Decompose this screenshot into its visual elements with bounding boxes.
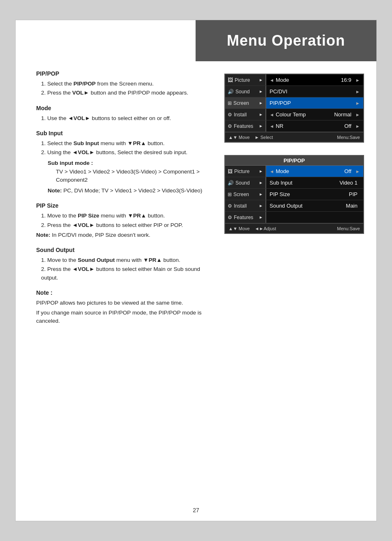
sub-input-note-title: Note: [48, 187, 62, 194]
page-number: 27 [16, 507, 376, 513]
mode-left-arrow: ◄ [270, 78, 274, 83]
panel2-row-sound: 🔊 Sound ► Sub Input Video 1 [225, 177, 363, 189]
pcdvi-label: PC/DVI [270, 88, 354, 95]
nr-right-arrow: ► [355, 124, 360, 129]
panel1-footer-move: ▲▼ Move [228, 135, 250, 140]
pip-pop-line2: 2. Press the VOL► button and the PIP/POP… [41, 89, 213, 97]
sub-input-line1: 1. Select the Sub Input menu with ▼PR▲ b… [41, 139, 213, 148]
nr-left-arrow: ◄ [270, 124, 274, 129]
mode-right-arrow: ► [355, 78, 360, 83]
subinput-label: Sub Input [270, 180, 338, 186]
sound-arrow-2: ► [259, 180, 263, 185]
screen-arrow-2: ► [259, 192, 263, 197]
pip-pop-title: PIP/POP [36, 69, 213, 78]
menu-panel-1: 🖼 Picture ► ◄ Mode 16:9 ► 🔊 Sound ► [224, 74, 364, 143]
colourtemp-right-arrow: ► [355, 112, 360, 117]
sub-input-title: Sub Input [36, 129, 213, 138]
panel1-row-screen: ⊞ Screen ► PIP/POP ► [225, 97, 363, 109]
sound-label-2: Sound [235, 180, 250, 186]
page: Menu Operation PIP/POP 1. Select the PIP… [15, 20, 377, 521]
subinput-value: Video 1 [339, 180, 357, 186]
pipsize-value: PIP [349, 191, 357, 197]
screen-label-1: Screen [233, 100, 249, 106]
picture-label-2: Picture [234, 169, 249, 174]
install-arrow-1: ► [259, 112, 263, 117]
sound-icon-1: 🔊 [228, 89, 234, 95]
panel2-footer-move: ▲▼ Move [228, 226, 250, 231]
colourtemp-value: Normal [334, 111, 351, 118]
note-section-title: Note : [36, 289, 213, 297]
panel1-row-install: ⚙ Install ► ◄ Colour Temp Normal ► [225, 109, 363, 120]
features-icon-1: ⚙ [228, 123, 232, 129]
features-label-2: Features [234, 215, 253, 220]
screen-icon-2: ⊞ [228, 192, 232, 197]
mode-title: Mode [36, 104, 213, 113]
note-line2: If you change main source in PIP/POP mod… [36, 309, 213, 326]
sound-output-title: Sound Output [36, 246, 213, 254]
panel2-footer: ▲▼ Move ◄►Adjust Menu:Save [225, 223, 363, 233]
pip-pop-line1: 1. Select the PIP/POP from the Screen me… [41, 80, 213, 88]
note-line1: PIP/POP allows two pictures to be viewed… [36, 299, 213, 307]
panel2-footer-select: ◄►Adjust [255, 226, 276, 231]
sound-icon-2: 🔊 [228, 180, 234, 186]
screen-label-2: Screen [233, 192, 249, 197]
panel2-row-features: ⚙ Features ► [225, 212, 363, 223]
nr-label: NR [276, 123, 343, 129]
mode-line1: 1. Use the ◄VOL► buttons to select eithe… [41, 114, 213, 123]
sub-input-line2: 2. Using the ◄VOL► buttons, Select the d… [41, 148, 213, 157]
panel2-section-header: PIP/POP [225, 156, 363, 166]
sub-input-mode-line1: TV > Video1 > Video2 > Video3(S-Video) >… [56, 168, 213, 185]
sub-input-mode-title: Sub input mode : [48, 159, 213, 167]
pip-size-line1: 1. Move to the PIP Size menu with ▼PR▲ b… [41, 212, 213, 220]
main-content: PIP/POP 1. Select the PIP/POP from the S… [36, 69, 213, 326]
panel2-row-picture: 🖼 Picture ► ◄ Mode Off ► [225, 166, 363, 177]
pip-size-line2: 2. Press the ◄VOL► buttons to select eit… [41, 221, 213, 229]
soundoutput-label: Sound Output [270, 203, 344, 209]
picture-label: Picture [235, 77, 250, 83]
panel1-footer: ▲▼ Move ► Select Menu:Save [225, 132, 363, 142]
sound-label-1: Sound [235, 89, 250, 95]
pip2-mode-left: ◄ [270, 169, 274, 174]
mode-value: 16:9 [341, 77, 351, 83]
panel1-footer-select: ► Select [255, 135, 273, 140]
features-icon-2: ⚙ [228, 215, 232, 220]
sound-output-line2: 2. Press the ◄VOL► buttons to select eit… [41, 265, 213, 282]
pippop-arrow: ► [355, 101, 360, 106]
panel1-row-sound: 🔊 Sound ► PC/DVI ► [225, 86, 363, 97]
panels-area: 🖼 Picture ► ◄ Mode 16:9 ► 🔊 Sound ► [224, 74, 364, 246]
sound-arrow-1: ► [259, 89, 263, 94]
pip-size-title: PIP Size [36, 201, 213, 210]
header-bar: Menu Operation [196, 20, 376, 61]
pcdvi-arrow: ► [355, 89, 360, 94]
sub-input-note-line: PC, DVi Mode; TV > Video1 > Video2 > Vid… [63, 187, 202, 194]
features-arrow-2: ► [259, 215, 263, 220]
picture-icon: 🖼 [228, 77, 233, 83]
colourtemp-left-arrow: ◄ [270, 112, 274, 117]
page-title: Menu Operation [227, 32, 345, 49]
install-icon-1: ⚙ [228, 112, 232, 118]
nr-value: Off [344, 123, 351, 129]
panel2-row-screen: ⊞ Screen ► PIP Size PIP [225, 189, 363, 200]
panel1-row-features: ⚙ Features ► ◄ NR Off ► [225, 120, 363, 132]
features-arrow-1: ► [259, 124, 263, 128]
pip2-mode-value: Off [344, 168, 351, 174]
features-label-1: Features [234, 123, 253, 129]
pipsize-label: PIP Size [270, 191, 347, 197]
soundoutput-value: Main [346, 203, 357, 209]
panel1-row-picture: 🖼 Picture ► ◄ Mode 16:9 ► [225, 74, 363, 86]
install-icon-2: ⚙ [228, 203, 232, 209]
pip2-mode-label: Mode [276, 168, 343, 174]
panel2-row-install: ⚙ Install ► Sound Output Main [225, 200, 363, 212]
pippop-label: PIP/POP [270, 100, 354, 106]
pip-size-note: Note: In PC/DVI mode, PIP Size doesn't w… [36, 231, 213, 239]
pip2-mode-right: ► [355, 169, 360, 174]
install-arrow-2: ► [259, 203, 263, 208]
picture-arrow-2: ► [259, 169, 263, 173]
install-label-2: Install [234, 203, 247, 209]
picture-icon-2: 🖼 [228, 169, 233, 174]
install-label-1: Install [234, 112, 247, 118]
colourtemp-label: Colour Temp [276, 111, 332, 118]
sound-output-line1: 1. Move to the Sound Output menu with ▼P… [41, 256, 213, 264]
screen-arrow-1: ► [259, 101, 263, 105]
picture-arrow: ► [259, 78, 263, 82]
